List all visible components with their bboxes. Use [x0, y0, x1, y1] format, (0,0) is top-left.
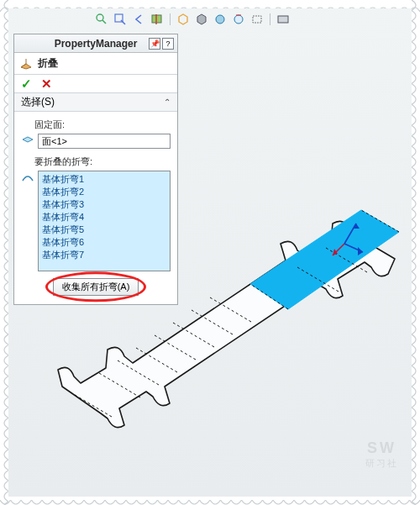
- pin-icon[interactable]: 📌: [149, 38, 160, 50]
- list-item[interactable]: 基体折弯7: [42, 249, 166, 261]
- fixed-face-label: 固定面:: [34, 118, 171, 131]
- collect-all-bends-button[interactable]: 收集所有折弯(A): [53, 278, 139, 296]
- list-item[interactable]: 基体折弯6: [42, 236, 166, 249]
- feature-name: 折叠: [38, 56, 58, 71]
- section-header-selection[interactable]: 选择(S) ⌃: [14, 93, 177, 112]
- property-manager-panel: PropertyManager 📌 ? 折叠 ✓ ✕ 选择(S) ⌃: [13, 34, 178, 305]
- list-item[interactable]: 基体折弯1: [42, 173, 166, 186]
- bends-listbox[interactable]: 基体折弯1 基体折弯2 基体折弯3 基体折弯4 基体折弯5 基体折弯6 基体折弯…: [38, 171, 171, 271]
- feature-row: 折叠: [14, 53, 177, 75]
- pm-title: PropertyManager: [55, 38, 138, 50]
- pm-titlebar: PropertyManager 📌 ?: [14, 34, 177, 53]
- cancel-button[interactable]: ✕: [39, 77, 53, 91]
- collapse-caret-icon: ⌃: [164, 97, 171, 107]
- list-item[interactable]: 基体折弯4: [42, 211, 166, 224]
- confirm-row: ✓ ✕: [14, 75, 177, 93]
- list-item[interactable]: 基体折弯2: [42, 186, 166, 198]
- watermark: SW 研习社: [365, 439, 398, 470]
- fixed-face-input[interactable]: [38, 134, 171, 149]
- fold-feature-icon: [19, 57, 33, 71]
- list-item[interactable]: 基体折弯3: [42, 198, 166, 211]
- section-title: 选择(S): [21, 95, 55, 109]
- bends-label: 要折叠的折弯:: [34, 155, 171, 168]
- list-item[interactable]: 基体折弯5: [42, 224, 166, 236]
- face-select-icon: [21, 134, 34, 148]
- ok-button[interactable]: ✓: [19, 77, 33, 91]
- help-icon[interactable]: ?: [162, 38, 174, 50]
- bend-select-icon: [21, 171, 34, 184]
